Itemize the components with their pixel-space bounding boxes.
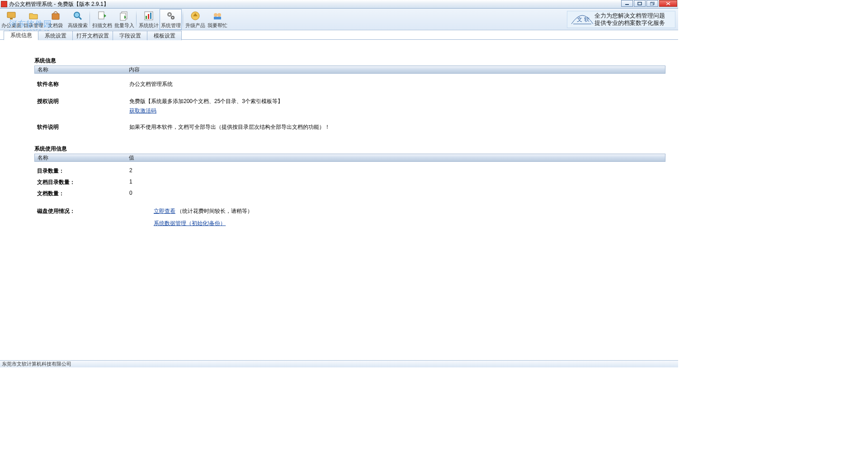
svg-rect-3 [650,3,653,5]
toolbar-desktop[interactable]: 办公桌面 [0,9,22,30]
svg-rect-11 [99,12,104,19]
toolbar-label: 系统管理 [161,22,181,29]
svg-point-21 [169,14,170,15]
tab-template-settings[interactable]: 模板设置 [147,31,182,40]
content-area: 系统信息 名称 内容 软件名称 办公文档管理系统 授权说明 免费版【系统最多添加… [0,40,678,230]
value-dir-count: 2 [129,167,132,174]
svg-rect-18 [148,14,149,19]
tab-label: 系统设置 [45,32,66,40]
scan-icon [96,10,108,22]
label-docdir-count: 文档目录数量： [37,179,129,186]
toolbar-label: 高级搜索 [68,22,88,29]
row-soft-desc: 软件说明 如果不使用本软件，文档可全部导出（提供按目录层次结构全部导出文档的功能… [34,118,665,134]
section-title-usage: 系统使用信息 [34,145,665,153]
brand-logo: 文软 [570,12,594,27]
row-doc-count: 文档数量： 0 [34,188,665,199]
svg-rect-17 [146,16,147,19]
toolbar-help[interactable]: 我要帮忙 [206,9,228,30]
upgrade-icon [189,10,201,22]
value-docdir-count: 1 [129,179,132,185]
svg-rect-7 [10,18,13,19]
gears-icon [165,10,177,22]
toolbar-folder-mgmt[interactable]: 目录管理 [22,9,44,30]
app-icon [1,1,7,7]
tab-open-doc-settings[interactable]: 打开文档设置 [72,31,113,40]
brand-line2: 提供专业的档案数字化服务 [594,19,665,27]
tab-system-info[interactable]: 系统信息 [4,31,38,40]
desktop-icon [5,10,17,22]
maximize-button[interactable] [646,0,658,7]
svg-point-26 [214,13,217,17]
row-dir-count: 目录数量： 2 [34,165,665,177]
svg-point-27 [217,13,221,17]
section-header-usage: 名称 值 [34,154,665,162]
col-name: 名称 [35,66,129,74]
label-disk-usage: 磁盘使用情况： [37,207,129,215]
link-activation-code[interactable]: 获取激活码 [129,108,156,114]
svg-text:软: 软 [584,16,590,23]
label-license: 授权说明 [37,98,129,105]
label-doc-count: 文档数量： [37,190,129,197]
row-docdir-count: 文档目录数量： 1 [34,177,665,188]
toolbar-batch-import[interactable]: 批量导入 [113,9,135,30]
help-icon [212,10,223,22]
row-disk-usage: 磁盘使用情况： 立即查看 （统计花费时间较长，请稍等） 系统数据管理（初始化\备… [34,199,665,230]
window-title: 办公文档管理系统 - 免费版【版本 2.9.1】 [9,0,109,8]
col-name: 名称 [35,154,129,162]
titlebar: 办公文档管理系统 - 免费版【版本 2.9.1】 [0,0,678,9]
link-check-now[interactable]: 立即查看 [154,208,175,214]
toolbar-sys-stats[interactable]: 系统统计 [137,9,160,30]
col-content: 内容 [129,66,140,74]
restore-button[interactable] [634,0,646,7]
row-license: 授权说明 免费版【系统最多添加200个文档、25个目录、3个索引模板等】 获取激… [34,91,665,118]
svg-rect-19 [150,13,151,19]
section-header-sysinfo: 名称 内容 [34,66,665,74]
toolbar-upgrade[interactable]: 升级产品 [184,9,206,30]
tab-system-settings[interactable]: 系统设置 [38,31,73,40]
tab-label: 打开文档设置 [76,32,109,40]
value-doc-count: 0 [129,190,132,196]
toolbar-sys-mgmt[interactable]: 系统管理 [160,9,182,30]
svg-text:文: 文 [577,16,582,23]
close-button[interactable] [659,0,677,7]
value-soft-name: 办公文档管理系统 [129,80,173,88]
col-value: 值 [129,154,134,162]
svg-marker-12 [104,14,106,18]
separator [90,10,90,28]
svg-rect-0 [625,4,629,5]
separator [136,10,137,28]
svg-point-9 [74,12,80,18]
tab-label: 模板设置 [154,32,175,40]
label-soft-name: 软件名称 [37,80,129,88]
bag-icon [50,10,61,22]
svg-line-10 [79,17,81,19]
svg-point-23 [172,17,173,18]
import-icon [118,10,130,22]
toolbar-label: 办公桌面 [1,22,21,29]
toolbar-label: 扫描文档 [92,22,112,29]
link-data-mgmt[interactable]: 系统数据管理（初始化\备份） [154,220,226,226]
minimize-button[interactable] [621,0,633,7]
row-soft-name: 软件名称 办公文档管理系统 [34,77,665,91]
toolbar: 河东软件园 www.pc0359.cn 办公桌面 目录管理 文档袋 高级搜索 扫… [0,9,678,30]
label-soft-desc: 软件说明 [37,123,129,131]
tabstrip: 系统信息 系统设置 打开文档设置 字段设置 模板设置 [0,30,678,40]
svg-rect-28 [214,17,221,19]
label-dir-count: 目录数量： [37,167,129,175]
section-title-sysinfo: 系统信息 [34,57,665,65]
tab-field-settings[interactable]: 字段设置 [113,31,147,40]
toolbar-label: 我要帮忙 [208,22,227,29]
tab-label: 字段设置 [119,32,141,40]
value-soft-desc: 如果不使用本软件，文档可全部导出（提供按目录层次结构全部导出文档的功能）！ [129,123,330,131]
brand-line1: 全力为您解决文档管理问题 [594,12,665,19]
svg-rect-1 [638,2,642,5]
value-license: 免费版【系统最多添加200个文档、25个目录、3个索引模板等】 [129,98,283,105]
toolbar-doc-bag[interactable]: 文档袋 [44,9,66,30]
chart-icon [143,10,155,22]
search-icon [72,10,84,22]
toolbar-scan-doc[interactable]: 扫描文档 [91,9,113,30]
toolbar-label: 系统统计 [139,22,159,29]
statusbar: 东莞市文软计算机科技有限公司 [0,360,678,367]
folder-icon [28,10,39,22]
toolbar-adv-search[interactable]: 高级搜索 [66,9,89,30]
